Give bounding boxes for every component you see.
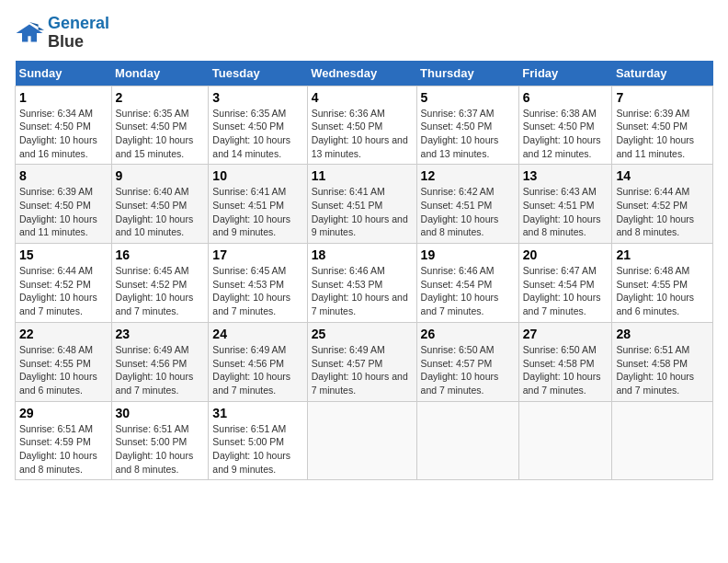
calendar-cell: 25 Sunrise: 6:49 AMSunset: 4:57 PMDaylig… [307,322,416,401]
calendar-cell: 10 Sunrise: 6:41 AMSunset: 4:51 PMDaylig… [209,165,307,244]
cell-content: Sunrise: 6:39 AMSunset: 4:50 PMDaylight:… [616,107,709,161]
cell-content: Sunrise: 6:49 AMSunset: 4:56 PMDaylight:… [212,343,302,397]
calendar-cell [612,401,713,480]
cell-content: Sunrise: 6:49 AMSunset: 4:57 PMDaylight:… [312,343,413,397]
day-number: 16 [116,247,205,262]
calendar-cell: 3 Sunrise: 6:35 AMSunset: 4:50 PMDayligh… [209,86,307,165]
cell-content: Sunrise: 6:42 AMSunset: 4:51 PMDaylight:… [421,185,515,239]
day-number: 18 [312,247,413,262]
day-number: 31 [212,406,302,420]
day-number: 12 [421,168,515,183]
week-row-3: 15 Sunrise: 6:44 AMSunset: 4:52 PMDaylig… [16,244,713,323]
day-number: 26 [421,327,515,341]
header-saturday: Saturday [612,61,713,86]
day-number: 5 [421,90,515,105]
day-number: 21 [616,247,709,262]
calendar-cell: 8 Sunrise: 6:39 AMSunset: 4:50 PMDayligh… [16,165,112,244]
cell-content: Sunrise: 6:35 AMSunset: 4:50 PMDaylight:… [212,107,302,161]
day-number: 13 [523,168,609,183]
calendar-cell: 12 Sunrise: 6:42 AMSunset: 4:51 PMDaylig… [416,165,518,244]
calendar-cell: 11 Sunrise: 6:41 AMSunset: 4:51 PMDaylig… [307,165,416,244]
calendar-cell: 30 Sunrise: 6:51 AMSunset: 5:00 PMDaylig… [111,401,209,480]
cell-content: Sunrise: 6:46 AMSunset: 4:53 PMDaylight:… [312,264,413,318]
day-number: 29 [19,406,108,420]
calendar-cell: 20 Sunrise: 6:47 AMSunset: 4:54 PMDaylig… [518,244,612,323]
day-number: 24 [212,327,302,341]
calendar-cell: 24 Sunrise: 6:49 AMSunset: 4:56 PMDaylig… [209,322,307,401]
header-sunday: Sunday [16,61,112,86]
day-number: 23 [116,327,205,341]
cell-content: Sunrise: 6:51 AMSunset: 4:58 PMDaylight:… [616,343,709,397]
cell-content: Sunrise: 6:41 AMSunset: 4:51 PMDaylight:… [312,185,413,239]
calendar-cell: 27 Sunrise: 6:50 AMSunset: 4:58 PMDaylig… [518,322,612,401]
day-number: 4 [312,90,413,105]
cell-content: Sunrise: 6:51 AMSunset: 4:59 PMDaylight:… [19,422,108,477]
calendar-cell: 31 Sunrise: 6:51 AMSunset: 5:00 PMDaylig… [209,401,307,480]
day-number: 10 [212,168,302,183]
day-number: 19 [421,247,515,262]
cell-content: Sunrise: 6:50 AMSunset: 4:57 PMDaylight:… [421,343,515,397]
day-number: 8 [19,168,108,183]
day-number: 30 [116,406,205,420]
cell-content: Sunrise: 6:34 AMSunset: 4:50 PMDaylight:… [19,107,108,161]
day-number: 6 [523,90,609,105]
cell-content: Sunrise: 6:41 AMSunset: 4:51 PMDaylight:… [212,185,302,239]
calendar-cell: 14 Sunrise: 6:44 AMSunset: 4:52 PMDaylig… [612,165,713,244]
calendar-cell [416,401,518,480]
day-number: 11 [312,168,413,183]
day-number: 3 [212,90,302,105]
day-number: 1 [19,90,108,105]
cell-content: Sunrise: 6:51 AMSunset: 5:00 PMDaylight:… [212,422,302,477]
header-tuesday: Tuesday [209,61,307,86]
cell-content: Sunrise: 6:35 AMSunset: 4:50 PMDaylight:… [116,107,205,161]
cell-content: Sunrise: 6:48 AMSunset: 4:55 PMDaylight:… [616,264,709,318]
svg-marker-0 [17,24,43,41]
calendar-table: SundayMondayTuesdayWednesdayThursdayFrid… [15,61,713,481]
calendar-cell: 21 Sunrise: 6:48 AMSunset: 4:55 PMDaylig… [612,244,713,323]
week-row-5: 29 Sunrise: 6:51 AMSunset: 4:59 PMDaylig… [16,401,713,480]
calendar-cell: 1 Sunrise: 6:34 AMSunset: 4:50 PMDayligh… [16,86,112,165]
header-friday: Friday [518,61,612,86]
day-number: 9 [116,168,205,183]
logo-text: GeneralBlue [48,15,109,52]
calendar-cell: 29 Sunrise: 6:51 AMSunset: 4:59 PMDaylig… [16,401,112,480]
logo: GeneralBlue [15,15,109,52]
cell-content: Sunrise: 6:43 AMSunset: 4:51 PMDaylight:… [523,185,609,239]
calendar-cell: 4 Sunrise: 6:36 AMSunset: 4:50 PMDayligh… [307,86,416,165]
cell-content: Sunrise: 6:45 AMSunset: 4:52 PMDaylight:… [116,264,205,318]
calendar-cell: 15 Sunrise: 6:44 AMSunset: 4:52 PMDaylig… [16,244,112,323]
day-number: 22 [19,327,108,341]
cell-content: Sunrise: 6:46 AMSunset: 4:54 PMDaylight:… [421,264,515,318]
cell-content: Sunrise: 6:37 AMSunset: 4:50 PMDaylight:… [421,107,515,161]
cell-content: Sunrise: 6:49 AMSunset: 4:56 PMDaylight:… [116,343,205,397]
cell-content: Sunrise: 6:38 AMSunset: 4:50 PMDaylight:… [523,107,609,161]
calendar-cell: 28 Sunrise: 6:51 AMSunset: 4:58 PMDaylig… [612,322,713,401]
calendar-cell: 16 Sunrise: 6:45 AMSunset: 4:52 PMDaylig… [111,244,209,323]
cell-content: Sunrise: 6:44 AMSunset: 4:52 PMDaylight:… [19,264,108,318]
calendar-cell: 9 Sunrise: 6:40 AMSunset: 4:50 PMDayligh… [111,165,209,244]
cell-content: Sunrise: 6:51 AMSunset: 5:00 PMDaylight:… [116,422,205,477]
week-row-4: 22 Sunrise: 6:48 AMSunset: 4:55 PMDaylig… [16,322,713,401]
day-number: 20 [523,247,609,262]
week-row-2: 8 Sunrise: 6:39 AMSunset: 4:50 PMDayligh… [16,165,713,244]
calendar-cell: 17 Sunrise: 6:45 AMSunset: 4:53 PMDaylig… [209,244,307,323]
day-number: 17 [212,247,302,262]
cell-content: Sunrise: 6:44 AMSunset: 4:52 PMDaylight:… [616,185,709,239]
day-number: 28 [616,327,709,341]
week-row-1: 1 Sunrise: 6:34 AMSunset: 4:50 PMDayligh… [16,86,713,165]
calendar-cell: 7 Sunrise: 6:39 AMSunset: 4:50 PMDayligh… [612,86,713,165]
calendar-cell: 19 Sunrise: 6:46 AMSunset: 4:54 PMDaylig… [416,244,518,323]
calendar-cell: 6 Sunrise: 6:38 AMSunset: 4:50 PMDayligh… [518,86,612,165]
calendar-cell: 13 Sunrise: 6:43 AMSunset: 4:51 PMDaylig… [518,165,612,244]
calendar-cell [518,401,612,480]
page-header: GeneralBlue [15,15,713,52]
calendar-header-row: SundayMondayTuesdayWednesdayThursdayFrid… [16,61,713,86]
calendar-cell: 26 Sunrise: 6:50 AMSunset: 4:57 PMDaylig… [416,322,518,401]
calendar-cell [307,401,416,480]
header-wednesday: Wednesday [307,61,416,86]
cell-content: Sunrise: 6:48 AMSunset: 4:55 PMDaylight:… [19,343,108,397]
day-number: 25 [312,327,413,341]
cell-content: Sunrise: 6:47 AMSunset: 4:54 PMDaylight:… [523,264,609,318]
header-monday: Monday [111,61,209,86]
day-number: 14 [616,168,709,183]
